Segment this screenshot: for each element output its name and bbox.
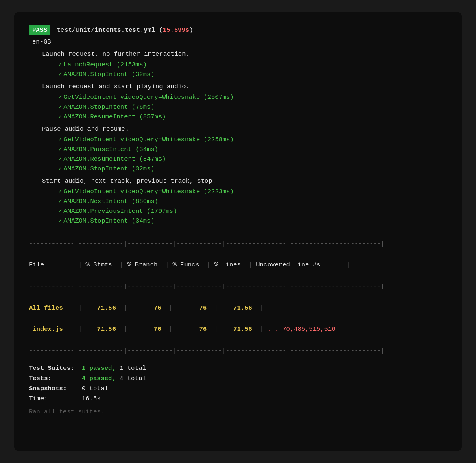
section-header-3: Pause audio and resume. [42, 124, 447, 134]
suites-label: Test Suites: [29, 363, 82, 373]
test-item: ✓LaunchRequest (2153ms) [58, 60, 447, 70]
tests-passed: 4 passed, [82, 373, 116, 383]
coverage-table: ------------|------------|------------|-… [29, 227, 447, 356]
test-item: ✓AMAZON.ResumeIntent (857ms) [58, 112, 447, 122]
suites-total: 1 total [120, 363, 146, 373]
test-item: ✓GetVideoIntent videoQuery=Whitesnake (2… [58, 135, 447, 144]
ran-line: Ran all test suites. [29, 407, 447, 417]
table-divider-top: ------------|------------|------------|-… [29, 227, 447, 249]
test-item: ✓AMAZON.StopIntent (32ms) [58, 164, 447, 174]
tests-row: Tests: 4 passed, 4 total [29, 373, 447, 383]
section-header-2: Launch request and start playing audio. [42, 82, 447, 92]
terminal-window: PASS test/unit/intents.test.yml (15.699s… [14, 12, 462, 451]
title-time: 15.699s [163, 26, 189, 34]
table-header-row: File | % Stmts | % Branch | % Funcs | % … [29, 249, 447, 271]
section-header-1: Launch request, no further interaction. [42, 49, 447, 59]
test-item: ✓AMAZON.PauseIntent (34ms) [58, 144, 447, 154]
section-header-4: Start audio, next track, previous track,… [42, 176, 447, 186]
test-item: ✓GetVideoIntent videoQuery=Whitesnake (2… [58, 187, 447, 197]
test-item: ✓AMAZON.StopIntent (32ms) [58, 70, 447, 79]
time-row: Time: 16.5s [29, 394, 447, 404]
title-path: test/unit/ [57, 26, 95, 34]
locale: en-GB [32, 37, 447, 47]
title-line: PASS test/unit/intents.test.yml (15.699s… [29, 25, 447, 35]
test-item: ✓AMAZON.StopIntent (76ms) [58, 102, 447, 112]
suites-passed: 1 passed, [82, 363, 116, 373]
time-value: 16.5s [82, 394, 101, 404]
tests-total: 4 total [120, 373, 146, 383]
table-divider-bot: ------------|------------|------------|-… [29, 335, 447, 356]
tests-label: Tests: [29, 373, 82, 383]
summary-section: Test Suites: 1 passed, 1 total Tests: 4 … [29, 363, 447, 417]
time-label: Time: [29, 394, 82, 404]
suites-row: Test Suites: 1 passed, 1 total [29, 363, 447, 373]
test-item: ✓GetVideoIntent videoQuery=Whitesnake (2… [58, 92, 447, 102]
title-file: intents.test.yml [95, 26, 155, 34]
test-item: ✓AMAZON.NextIntent (880ms) [58, 197, 447, 206]
test-item: ✓AMAZON.PreviousIntent (1797ms) [58, 206, 447, 216]
index-row: index.js | 71.56 | 76 | 76 | 71.56 | ...… [29, 313, 447, 335]
pass-badge: PASS [29, 25, 50, 35]
snapshots-row: Snapshots: 0 total [29, 384, 447, 393]
all-files-row: All files | 71.56 | 76 | 76 | 71.56 | | [29, 292, 447, 313]
snapshots-value: 0 total [82, 384, 108, 393]
table-divider-mid: ------------|------------|------------|-… [29, 271, 447, 292]
snapshots-label: Snapshots: [29, 384, 82, 393]
test-item: ✓AMAZON.StopIntent (34ms) [58, 216, 447, 226]
test-item: ✓AMAZON.ResumeIntent (847ms) [58, 154, 447, 164]
